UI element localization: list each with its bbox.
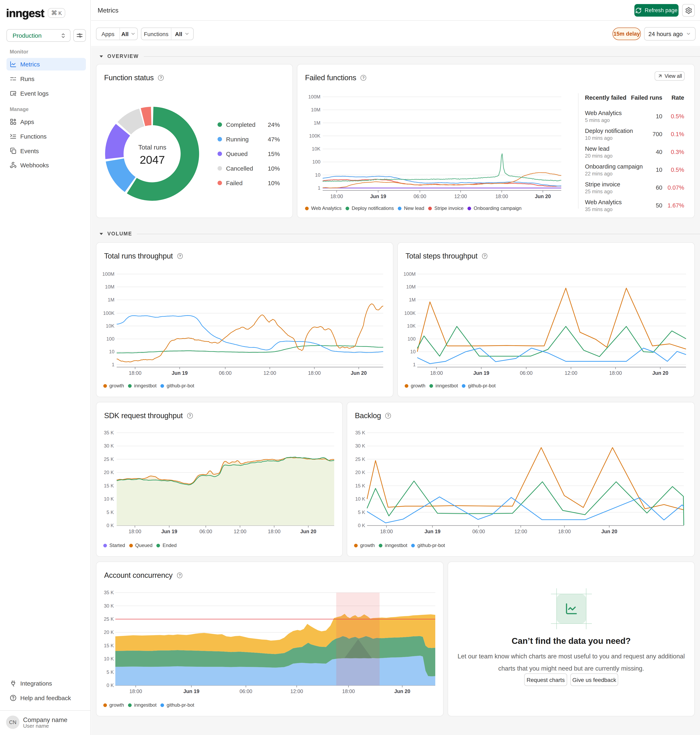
svg-text:18:00: 18:00: [129, 370, 141, 376]
svg-text:35 K: 35 K: [355, 430, 365, 435]
svg-text:10 K: 10 K: [104, 656, 114, 661]
svg-text:10 K: 10 K: [104, 496, 114, 502]
svg-text:18:00: 18:00: [129, 688, 142, 694]
svg-text:15 K: 15 K: [355, 483, 365, 489]
svg-text:0 K: 0 K: [107, 682, 114, 688]
svg-text:5 K: 5 K: [358, 510, 365, 515]
svg-text:Jun 19: Jun 19: [183, 688, 199, 694]
svg-text:1: 1: [112, 362, 115, 367]
svg-text:12:00: 12:00: [290, 688, 303, 694]
svg-text:Jun 19: Jun 19: [424, 529, 440, 534]
svg-text:06:00: 06:00: [200, 529, 212, 534]
svg-text:15 K: 15 K: [104, 483, 114, 489]
svg-text:18:00: 18:00: [342, 688, 355, 694]
svg-text:06:00: 06:00: [413, 193, 426, 199]
svg-text:Jun 20: Jun 20: [601, 529, 617, 534]
svg-text:18:00: 18:00: [430, 370, 443, 376]
svg-text:10M: 10M: [105, 284, 115, 290]
svg-text:100K: 100K: [404, 310, 416, 316]
svg-text:Jun 19: Jun 19: [473, 370, 489, 376]
svg-text:18:00: 18:00: [558, 529, 571, 534]
svg-text:30 K: 30 K: [355, 443, 365, 449]
svg-text:100: 100: [407, 336, 416, 342]
svg-text:10: 10: [109, 349, 115, 354]
svg-text:100: 100: [312, 159, 321, 165]
svg-text:Jun 20: Jun 20: [652, 370, 668, 376]
svg-text:30 K: 30 K: [104, 443, 114, 449]
svg-text:18:00: 18:00: [330, 193, 343, 199]
svg-text:12:00: 12:00: [454, 193, 467, 199]
svg-text:18:00: 18:00: [268, 529, 281, 534]
svg-text:10: 10: [410, 349, 416, 354]
svg-text:Jun 19: Jun 19: [370, 193, 386, 199]
svg-text:25 K: 25 K: [104, 616, 114, 622]
svg-text:12:00: 12:00: [263, 370, 276, 376]
svg-text:25 K: 25 K: [355, 457, 365, 462]
svg-text:20 K: 20 K: [104, 470, 114, 475]
svg-text:100M: 100M: [308, 94, 321, 99]
svg-text:Jun 20: Jun 20: [394, 688, 410, 694]
svg-text:25 K: 25 K: [104, 457, 114, 462]
svg-text:06:00: 06:00: [520, 370, 533, 376]
svg-text:06:00: 06:00: [472, 529, 485, 534]
svg-text:10K: 10K: [106, 323, 115, 328]
svg-text:18:00: 18:00: [380, 529, 393, 534]
svg-text:20 K: 20 K: [355, 470, 365, 475]
svg-text:Jun 20: Jun 20: [300, 529, 316, 534]
svg-text:Jun 19: Jun 19: [172, 370, 188, 376]
svg-text:12:00: 12:00: [234, 529, 247, 534]
svg-text:10M: 10M: [311, 107, 321, 112]
svg-text:30 K: 30 K: [104, 603, 114, 608]
svg-text:18:00: 18:00: [496, 193, 508, 199]
svg-text:10K: 10K: [312, 146, 321, 152]
svg-text:10 K: 10 K: [355, 496, 365, 502]
svg-text:1: 1: [413, 362, 416, 367]
svg-text:5 K: 5 K: [107, 510, 114, 515]
svg-text:1M: 1M: [409, 297, 416, 302]
svg-text:1: 1: [318, 185, 321, 191]
svg-text:100M: 100M: [403, 271, 416, 277]
svg-text:10K: 10K: [407, 323, 416, 328]
svg-text:35 K: 35 K: [104, 590, 114, 595]
svg-text:18:00: 18:00: [609, 370, 622, 376]
svg-text:1M: 1M: [314, 120, 321, 125]
svg-text:Jun 20: Jun 20: [535, 193, 551, 199]
svg-text:10: 10: [315, 172, 321, 178]
svg-text:18:00: 18:00: [308, 370, 321, 376]
svg-text:Jun 20: Jun 20: [351, 370, 367, 376]
svg-text:0 K: 0 K: [358, 523, 365, 528]
svg-text:1M: 1M: [108, 297, 115, 302]
svg-text:12:00: 12:00: [515, 529, 527, 534]
svg-text:5 K: 5 K: [107, 669, 114, 675]
svg-text:Jun 19: Jun 19: [161, 529, 177, 534]
svg-text:15 K: 15 K: [104, 643, 114, 648]
svg-text:12:00: 12:00: [565, 370, 578, 376]
svg-text:06:00: 06:00: [240, 688, 252, 694]
svg-text:06:00: 06:00: [219, 370, 232, 376]
svg-text:100M: 100M: [102, 271, 115, 277]
svg-text:100K: 100K: [309, 133, 321, 138]
svg-text:35 K: 35 K: [104, 430, 114, 435]
svg-text:10M: 10M: [406, 284, 416, 290]
svg-text:20 K: 20 K: [104, 629, 114, 635]
svg-text:100K: 100K: [103, 310, 115, 316]
svg-text:18:00: 18:00: [129, 529, 141, 534]
svg-text:0 K: 0 K: [107, 523, 114, 528]
svg-text:100: 100: [106, 336, 115, 342]
